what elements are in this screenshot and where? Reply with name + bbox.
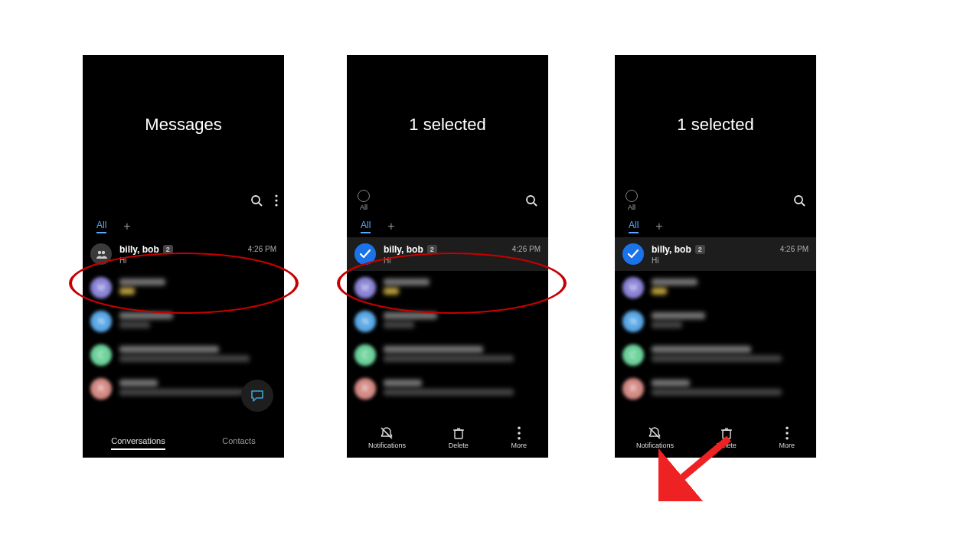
phone-screenshot-1: Messages All + billy, bob 2 Hi 4:26 PM M… <box>83 55 284 458</box>
more-button[interactable]: More <box>779 426 795 449</box>
page-title: Messages <box>83 115 284 135</box>
conversation-item[interactable]: C <box>615 338 816 372</box>
conversation-list: billy, bob 2 Hi 4:26 PM M N C R <box>347 237 548 422</box>
conversation-preview: Hi <box>384 256 505 265</box>
page-title: 1 selected <box>347 115 548 135</box>
selection-action-bar: Notifications Delete More <box>347 418 548 458</box>
category-tabs: All + <box>83 216 284 237</box>
avatar: N <box>90 311 112 332</box>
participant-badge: 2 <box>427 245 437 254</box>
category-tabs: All + <box>615 216 816 237</box>
group-avatar-icon <box>90 243 112 265</box>
tab-conversations[interactable]: Conversations <box>111 436 165 445</box>
conversation-item[interactable]: M <box>83 271 284 305</box>
avatar: C <box>90 344 112 366</box>
conversation-item[interactable]: N <box>347 305 548 338</box>
bell-off-icon <box>648 426 662 440</box>
toolbar: All <box>615 188 816 213</box>
conversation-item-selected[interactable]: billy, bob 2 Hi 4:26 PM <box>615 237 816 271</box>
phone-screenshot-2: 1 selected All All + billy, bob 2 Hi 4:2… <box>347 55 548 458</box>
avatar: M <box>90 277 112 298</box>
phone-screenshot-3: 1 selected All All + billy, bob 2 Hi 4:2… <box>615 55 816 458</box>
tab-all[interactable]: All <box>96 220 106 233</box>
search-icon[interactable] <box>525 194 537 207</box>
selection-action-bar: Notifications Delete More <box>615 418 816 458</box>
conversation-item[interactable]: N <box>615 305 816 338</box>
tab-all[interactable]: All <box>361 220 371 233</box>
select-all-toggle[interactable]: All <box>626 190 638 211</box>
conversation-name: billy, bob 2 <box>384 244 505 255</box>
select-all-toggle[interactable]: All <box>358 190 370 211</box>
conversation-name: billy, bob 2 <box>652 244 773 255</box>
bottom-nav: Conversations Contacts <box>83 424 284 458</box>
conversation-item[interactable]: billy, bob 2 Hi 4:26 PM <box>83 237 284 271</box>
new-conversation-fab[interactable] <box>241 380 273 412</box>
selected-check-icon <box>354 243 376 265</box>
avatar: R <box>622 378 644 399</box>
tab-all[interactable]: All <box>629 220 639 233</box>
toolbar: All <box>347 188 548 213</box>
avatar: N <box>622 311 644 332</box>
conversation-time: 4:26 PM <box>512 245 541 253</box>
trash-icon <box>720 426 733 440</box>
conversation-item[interactable]: C <box>347 338 548 372</box>
tab-contacts[interactable]: Contacts <box>222 436 255 445</box>
participant-badge: 2 <box>695 245 705 254</box>
conversation-item[interactable]: R <box>615 372 816 406</box>
delete-button[interactable]: Delete <box>717 426 737 449</box>
category-tabs: All + <box>347 216 548 237</box>
avatar: N <box>354 311 376 332</box>
conversation-item-selected[interactable]: billy, bob 2 Hi 4:26 PM <box>347 237 548 271</box>
notifications-button[interactable]: Notifications <box>368 426 406 449</box>
search-icon[interactable] <box>250 194 263 207</box>
more-icon <box>780 426 794 440</box>
conversation-list: billy, bob 2 Hi 4:26 PM M N C R <box>615 237 816 422</box>
conversation-preview: Hi <box>119 256 240 265</box>
delete-button[interactable]: Delete <box>449 426 469 449</box>
conversation-item[interactable]: M <box>615 271 816 305</box>
more-icon[interactable] <box>275 194 278 207</box>
conversation-time: 4:26 PM <box>780 245 808 253</box>
conversation-item[interactable]: C <box>83 338 284 372</box>
avatar: M <box>622 277 644 298</box>
conversation-time: 4:26 PM <box>248 245 276 253</box>
circle-icon <box>358 190 370 202</box>
search-icon[interactable] <box>793 194 805 207</box>
more-icon <box>512 426 526 440</box>
conversation-item[interactable]: N <box>83 305 284 338</box>
participant-badge: 2 <box>163 245 173 254</box>
add-category-button[interactable]: + <box>655 220 662 233</box>
selected-check-icon <box>622 243 644 265</box>
trash-icon <box>452 426 466 440</box>
avatar: C <box>354 344 376 366</box>
add-category-button[interactable]: + <box>387 220 394 233</box>
more-button[interactable]: More <box>511 426 528 449</box>
add-category-button[interactable]: + <box>123 220 130 233</box>
avatar: M <box>354 277 376 298</box>
conversation-item[interactable]: R <box>347 372 548 406</box>
avatar: C <box>622 344 644 366</box>
conversation-item[interactable]: M <box>347 271 548 305</box>
toolbar <box>83 188 284 213</box>
avatar: R <box>354 378 376 399</box>
conversation-preview: Hi <box>652 256 773 265</box>
avatar: R <box>90 378 112 399</box>
bell-off-icon <box>380 426 394 440</box>
circle-icon <box>626 190 638 202</box>
notifications-button[interactable]: Notifications <box>636 426 674 449</box>
page-title: 1 selected <box>615 115 816 135</box>
conversation-name: billy, bob 2 <box>119 244 240 255</box>
